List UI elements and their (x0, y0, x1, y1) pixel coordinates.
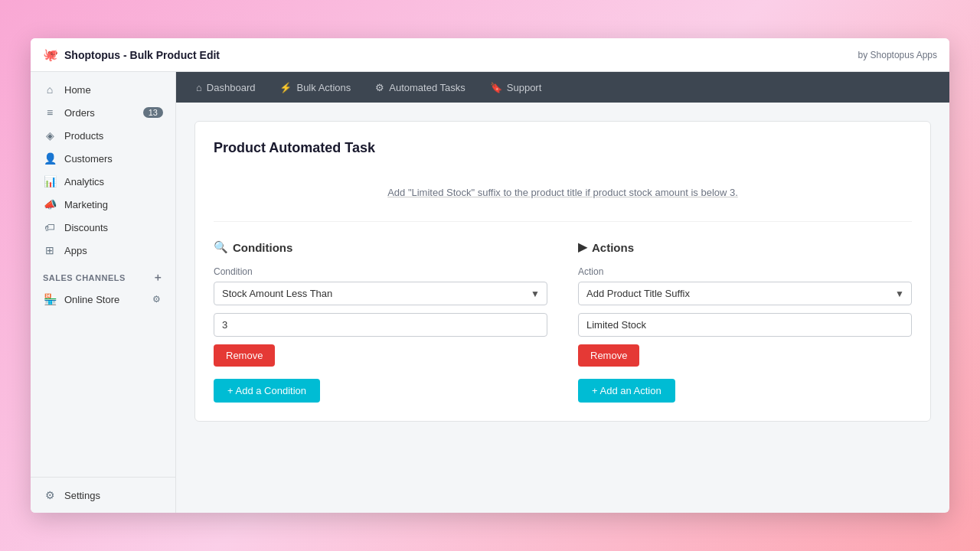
store-icon: 🏪 (43, 293, 57, 305)
sidebar-item-apps[interactable]: ⊞ Apps (31, 239, 175, 262)
orders-icon: ≡ (43, 106, 57, 119)
sidebar-label-discounts: Discounts (64, 222, 108, 233)
sidebar-bottom: ⚙ Settings (31, 477, 175, 513)
sales-channels-section: SALES CHANNELS ＋ (31, 262, 175, 288)
nav-label-support: Support (507, 82, 542, 93)
main-card: Product Automated Task Add "Limited Stoc… (194, 121, 931, 422)
top-bar: 🐙 Shoptopus - Bulk Product Edit by Shopt… (31, 38, 949, 72)
sidebar-label-products: Products (64, 130, 103, 142)
condition-select[interactable]: Stock Amount Less Than Stock Amount Grea… (214, 282, 547, 305)
discounts-icon: 🏷 (43, 221, 57, 233)
sidebar-item-products[interactable]: ◈ Products (31, 124, 175, 147)
nav-label-dashboard: Dashboard (207, 82, 256, 93)
bulk-actions-nav-icon: ⚡ (279, 82, 292, 93)
orders-badge: 13 (143, 107, 163, 118)
action-text-input[interactable] (578, 313, 912, 337)
nav-label-automated-tasks: Automated Tasks (389, 82, 465, 93)
products-icon: ◈ (43, 129, 57, 142)
conditions-title: 🔍 Conditions (214, 240, 547, 254)
action-remove-button[interactable]: Remove (578, 344, 639, 367)
automated-tasks-nav-icon: ⚙ (375, 82, 384, 93)
sidebar-item-customers[interactable]: 👤 Customers (31, 147, 175, 170)
sidebar-label-customers: Customers (64, 153, 113, 165)
top-bar-by: by Shoptopus Apps (858, 50, 937, 60)
task-description: Add "Limited Stock" suffix to the produc… (214, 171, 912, 222)
condition-label: Condition (214, 266, 547, 277)
nav-label-bulk-actions: Bulk Actions (296, 82, 351, 93)
sidebar-label-marketing: Marketing (64, 199, 108, 210)
apps-icon: ⊞ (43, 244, 57, 256)
two-col-layout: 🔍 Conditions Condition Stock Amount Less… (214, 240, 912, 403)
analytics-icon: 📊 (43, 175, 57, 187)
settings-icon: ⚙ (43, 489, 57, 501)
sidebar-nav: ⌂ Home ≡ Orders 13 ◈ Products 👤 Customer… (31, 72, 175, 477)
store-settings-icon[interactable]: ⚙ (149, 294, 163, 305)
app-title: Shoptopus - Bulk Product Edit (64, 49, 220, 61)
app-window: 🐙 Shoptopus - Bulk Product Edit by Shopt… (31, 38, 949, 513)
nav-item-dashboard[interactable]: ⌂ Dashboard (185, 77, 266, 98)
marketing-icon: 📣 (43, 198, 57, 210)
condition-select-wrapper: Stock Amount Less Than Stock Amount Grea… (214, 282, 547, 305)
dashboard-nav-icon: ⌂ (196, 82, 202, 93)
sidebar-item-analytics[interactable]: 📊 Analytics (31, 170, 175, 193)
sidebar: ⌂ Home ≡ Orders 13 ◈ Products 👤 Customer… (31, 72, 176, 513)
action-select[interactable]: Add Product Title Suffix Add Product Tit… (578, 282, 912, 305)
conditions-section: 🔍 Conditions Condition Stock Amount Less… (214, 240, 547, 403)
add-channel-icon[interactable]: ＋ (152, 271, 164, 285)
condition-number-input[interactable] (214, 313, 547, 337)
sidebar-label-orders: Orders (64, 107, 95, 119)
sidebar-item-discounts[interactable]: 🏷 Discounts (31, 216, 175, 239)
action-label: Action (578, 266, 912, 277)
sidebar-label-home: Home (64, 84, 91, 96)
nav-item-support[interactable]: 🔖 Support (479, 77, 553, 98)
actions-section: ▶ Actions Action Add Product Title Suffi… (578, 240, 912, 403)
nav-item-automated-tasks[interactable]: ⚙ Automated Tasks (364, 77, 475, 98)
sidebar-label-apps: Apps (64, 245, 87, 256)
top-bar-left: 🐙 Shoptopus - Bulk Product Edit (43, 47, 220, 63)
condition-remove-button[interactable]: Remove (214, 344, 275, 367)
sidebar-label-analytics: Analytics (64, 176, 104, 187)
actions-triangle-icon: ▶ (578, 240, 587, 254)
nav-bar: ⌂ Dashboard ⚡ Bulk Actions ⚙ Automated T… (176, 72, 949, 103)
sidebar-label-settings: Settings (64, 490, 100, 501)
sidebar-item-marketing[interactable]: 📣 Marketing (31, 193, 175, 216)
page-content: Product Automated Task Add "Limited Stoc… (176, 103, 949, 513)
sales-channels-label: SALES CHANNELS (43, 273, 126, 282)
page-title: Product Automated Task (214, 140, 912, 156)
action-select-wrapper: Add Product Title Suffix Add Product Tit… (578, 282, 912, 305)
sidebar-label-online-store: Online Store (64, 294, 119, 305)
add-action-button[interactable]: + Add an Action (578, 379, 675, 403)
home-icon: ⌂ (43, 83, 57, 96)
main-layout: ⌂ Home ≡ Orders 13 ◈ Products 👤 Customer… (31, 72, 949, 513)
app-icon: 🐙 (43, 47, 58, 63)
customers-icon: 👤 (43, 152, 57, 165)
actions-title: ▶ Actions (578, 240, 912, 254)
add-condition-button[interactable]: + Add a Condition (214, 379, 320, 403)
nav-item-bulk-actions[interactable]: ⚡ Bulk Actions (269, 77, 361, 98)
content-area: ⌂ Dashboard ⚡ Bulk Actions ⚙ Automated T… (176, 72, 949, 513)
support-nav-icon: 🔖 (490, 82, 502, 93)
conditions-search-icon: 🔍 (214, 240, 228, 254)
sidebar-item-settings[interactable]: ⚙ Settings (31, 484, 175, 507)
sidebar-item-orders[interactable]: ≡ Orders 13 (31, 101, 175, 124)
sidebar-item-home[interactable]: ⌂ Home (31, 78, 175, 101)
sidebar-item-online-store[interactable]: 🏪 Online Store ⚙ (31, 288, 175, 311)
